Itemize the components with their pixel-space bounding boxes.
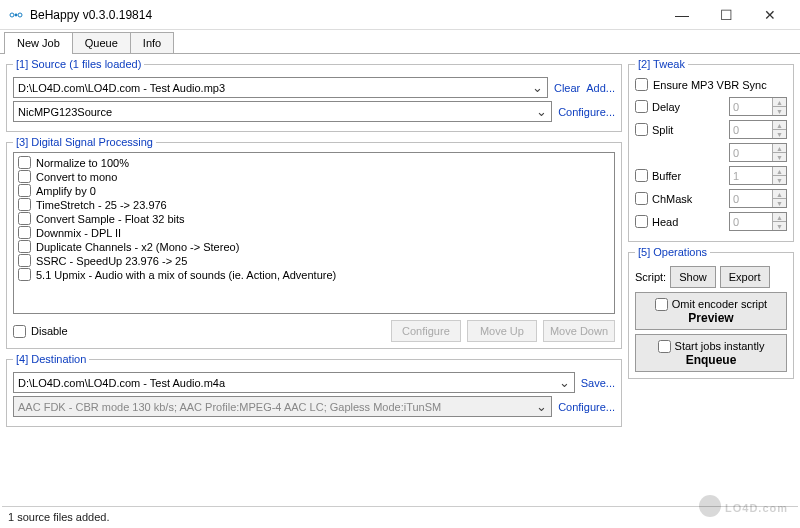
tab-info[interactable]: Info [130,32,174,53]
dsp-item: Convert Sample - Float 32 bits [18,212,610,225]
source-configure-link[interactable]: Configure... [558,106,615,118]
tab-new-job[interactable]: New Job [4,32,73,53]
chevron-up-icon: ▲ [772,167,786,176]
dsp-group: [3] Digital Signal Processing Normalize … [6,136,622,349]
buffer-checkbox[interactable] [635,169,648,182]
destination-group: [4] Destination D:\LO4D.com\LO4D.com - T… [6,353,622,427]
save-link[interactable]: Save... [581,377,615,389]
source-group: [1] Source (1 files loaded) D:\LO4D.com\… [6,58,622,132]
chevron-down-icon: ▼ [772,199,786,207]
chevron-down-icon: ▼ [772,176,786,184]
chevron-up-icon: ▲ [772,190,786,199]
dsp-item: SSRC - SpeedUp 23.976 -> 25 [18,254,610,267]
disable-checkbox-row: Disable [13,325,68,338]
dsp-list[interactable]: Normalize to 100% Convert to mono Amplif… [13,152,615,314]
disable-checkbox[interactable] [13,325,26,338]
chevron-up-icon: ▲ [772,213,786,222]
split-spinner-2[interactable]: 0▲▼ [729,143,787,162]
destination-configure-link[interactable]: Configure... [558,401,615,413]
operations-group: [5] Operations Script: Show Export Omit … [628,246,794,379]
chevron-up-icon: ▲ [772,121,786,130]
titlebar: BeHappy v0.3.0.19814 — ☐ ✕ [0,0,800,30]
dsp-check-mono[interactable] [18,170,31,183]
dsp-configure-button[interactable]: Configure [391,320,461,342]
svg-point-0 [10,13,14,17]
start-instantly-checkbox[interactable] [658,340,671,353]
split-checkbox[interactable] [635,123,648,136]
chevron-up-icon: ▲ [772,98,786,107]
dsp-item: TimeStretch - 25 -> 23.976 [18,198,610,211]
head-checkbox[interactable] [635,215,648,228]
tab-strip: New Job Queue Info [0,30,800,54]
decoder-combo[interactable]: NicMPG123Source [13,101,552,122]
dsp-legend: [3] Digital Signal Processing [13,136,156,148]
delay-spinner[interactable]: 0▲▼ [729,97,787,116]
status-text: 1 source files added. [8,511,110,523]
dsp-item: 5.1 Upmix - Audio with a mix of sounds (… [18,268,610,281]
script-label: Script: [635,271,666,283]
dsp-check-upmix[interactable] [18,268,31,281]
tweak-group: [2] Tweak Ensure MP3 VBR Sync Delay 0▲▼ … [628,58,794,242]
move-up-button[interactable]: Move Up [467,320,537,342]
minimize-button[interactable]: — [660,0,704,30]
dsp-check-amplify[interactable] [18,184,31,197]
dsp-item: Convert to mono [18,170,610,183]
close-button[interactable]: ✕ [748,0,792,30]
delay-checkbox[interactable] [635,100,648,113]
tweak-legend: [2] Tweak [635,58,688,70]
move-down-button[interactable]: Move Down [543,320,615,342]
omit-encoder-checkbox[interactable] [655,298,668,311]
dsp-item: Downmix - DPL II [18,226,610,239]
dsp-check-normalize[interactable] [18,156,31,169]
chmask-spinner[interactable]: 0▲▼ [729,189,787,208]
dsp-item: Normalize to 100% [18,156,610,169]
preview-button[interactable]: Omit encoder script Preview [635,292,787,330]
chevron-down-icon: ▼ [772,130,786,138]
window-title: BeHappy v0.3.0.19814 [30,8,660,22]
chevron-up-icon: ▲ [772,144,786,153]
dsp-check-downmix[interactable] [18,226,31,239]
split-spinner-1[interactable]: 0▲▼ [729,120,787,139]
operations-legend: [5] Operations [635,246,710,258]
encoder-combo[interactable]: AAC FDK - CBR mode 130 kb/s; AAC Profile… [13,396,552,417]
ensure-vbr-checkbox[interactable] [635,78,648,91]
chmask-checkbox[interactable] [635,192,648,205]
source-file-combo[interactable]: D:\LO4D.com\LO4D.com - Test Audio.mp3 [13,77,548,98]
add-link[interactable]: Add... [586,82,615,94]
dsp-item: Amplify by 0 [18,184,610,197]
dsp-check-duplicate[interactable] [18,240,31,253]
dsp-check-timestretch[interactable] [18,198,31,211]
maximize-button[interactable]: ☐ [704,0,748,30]
head-spinner[interactable]: 0▲▼ [729,212,787,231]
status-bar: 1 source files added. [2,506,798,526]
svg-point-2 [15,13,18,16]
clear-link[interactable]: Clear [554,82,580,94]
enqueue-button[interactable]: Start jobs instantly Enqueue [635,334,787,372]
dsp-check-ssrc[interactable] [18,254,31,267]
show-button[interactable]: Show [670,266,716,288]
dsp-item: Duplicate Channels - x2 (Mono -> Stereo) [18,240,610,253]
chevron-down-icon: ▼ [772,222,786,230]
source-legend: [1] Source (1 files loaded) [13,58,144,70]
dsp-check-convert-sample[interactable] [18,212,31,225]
chevron-down-icon: ▼ [772,107,786,115]
destination-legend: [4] Destination [13,353,89,365]
tab-queue[interactable]: Queue [72,32,131,53]
export-button[interactable]: Export [720,266,770,288]
buffer-spinner[interactable]: 1▲▼ [729,166,787,185]
app-icon [8,7,24,23]
svg-point-1 [18,13,22,17]
destination-file-combo[interactable]: D:\LO4D.com\LO4D.com - Test Audio.m4a [13,372,575,393]
chevron-down-icon: ▼ [772,153,786,161]
